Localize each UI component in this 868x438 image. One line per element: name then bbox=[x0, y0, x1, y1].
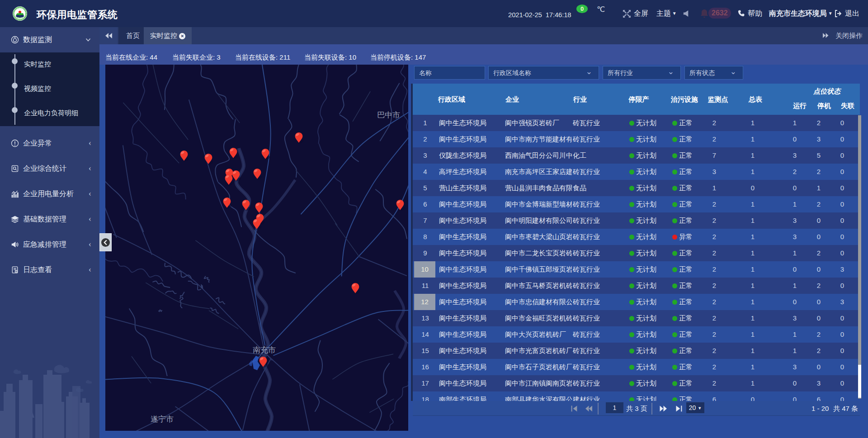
svg-text:遂宁市: 遂宁市 bbox=[151, 415, 174, 424]
svg-text:南充市: 南充市 bbox=[253, 346, 276, 354]
svg-text:巴中市: 巴中市 bbox=[377, 111, 400, 119]
